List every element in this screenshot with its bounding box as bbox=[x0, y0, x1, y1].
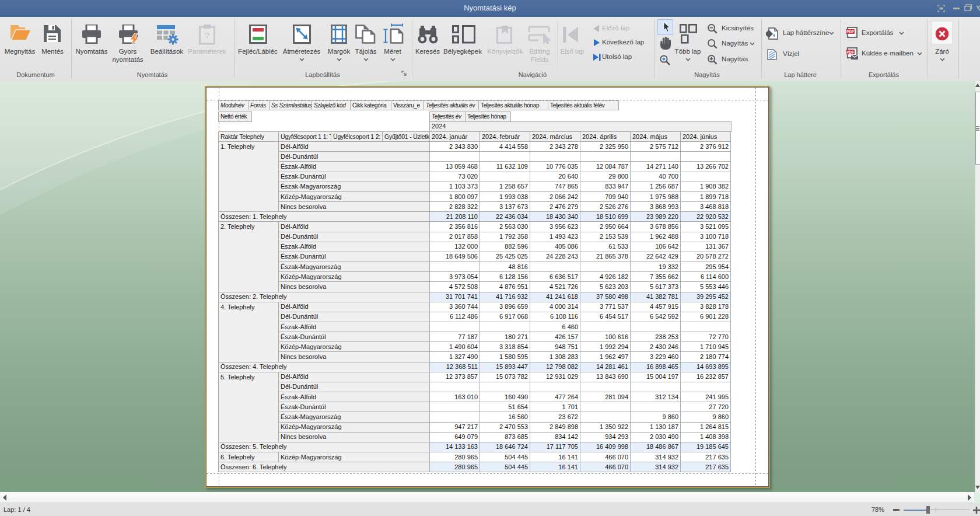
svg-text:PDF: PDF bbox=[846, 30, 854, 34]
svg-text:?: ? bbox=[205, 30, 209, 40]
svg-text:PDF: PDF bbox=[846, 50, 854, 54]
